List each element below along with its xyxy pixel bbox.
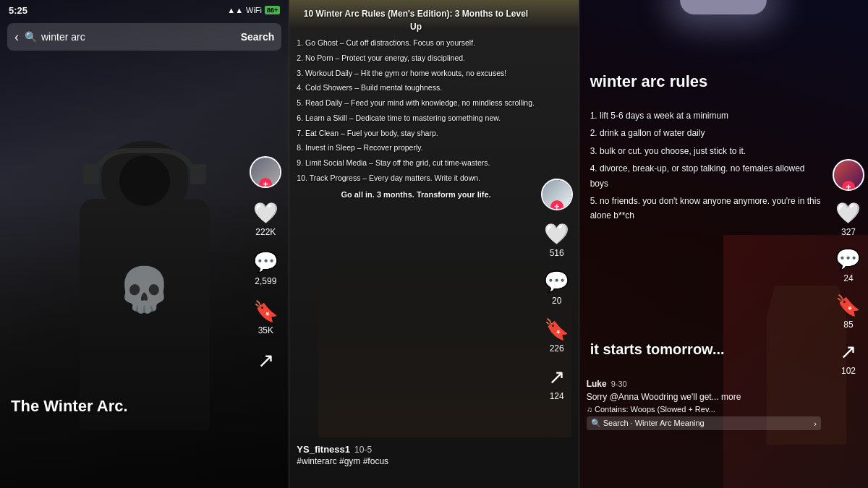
p2-like[interactable]: 🤍 516 <box>544 222 569 258</box>
headphone-right <box>190 164 206 184</box>
p2-share-icon: ↗ <box>548 365 565 389</box>
status-time: 5:25 <box>9 5 27 16</box>
p3-username: Luke <box>587 379 607 389</box>
p3-share-count: 102 <box>841 366 856 376</box>
signal-icon: ▲▲ <box>227 6 243 14</box>
rule-1: 1. Go Ghost – Cut off distractions. Focu… <box>297 38 535 49</box>
p2-avatar[interactable]: + <box>541 179 573 210</box>
p2-heart-icon: 🤍 <box>544 222 569 246</box>
panel3-title: winter arc rules <box>590 72 821 91</box>
p3-rule-4: 4. divorce, break-up, or stop talking. n… <box>590 161 821 191</box>
p2-bookmark[interactable]: 🔖 226 <box>544 317 569 354</box>
p3-bookmark-icon: 🔖 <box>835 294 861 317</box>
app-container: 💀 5:25 ▲▲ WiFi 86+ ‹ 🔍 winter arc <box>0 0 868 488</box>
p2-creator-info: YS_fitness1 10-5 <box>297 444 571 455</box>
video-title: The Winter Arc. <box>11 397 238 416</box>
panel-3: winter arc rules 1. lift 5-6 days a week… <box>579 0 868 488</box>
ceiling-light <box>680 0 767 14</box>
creator-avatar[interactable]: + <box>250 156 281 188</box>
p3-share-icon: ↗ <box>840 340 856 364</box>
battery-badge: 86+ <box>265 6 280 14</box>
p3-rule-2: 2. drink a gallon of water daily <box>590 126 821 140</box>
search-query[interactable]: winter arc <box>41 31 241 43</box>
p3-like-count: 327 <box>841 227 856 237</box>
rule-2: 2. No Porn – Protect your energy, stay d… <box>297 53 535 64</box>
panel2-actions: + 🤍 516 💬 20 🔖 226 ↗ 124 <box>541 179 573 401</box>
p2-follow-plus[interactable]: + <box>550 200 563 210</box>
panel2-rules-overlay: 10 Winter Arc Rules (Men's Edition): 3 M… <box>297 7 535 200</box>
panel3-subtext: it starts tomorrow... <box>590 341 821 358</box>
comment-action[interactable]: 💬 2,599 <box>253 250 278 286</box>
p2-hashtags: #winterarc #gym #focus <box>297 456 571 466</box>
p3-comment-count: 24 <box>843 273 853 283</box>
p3-share[interactable]: ↗ 102 <box>840 340 856 376</box>
share-action[interactable]: ↗ <box>258 348 274 372</box>
panel1-figure: 💀 <box>65 155 224 430</box>
comment-count: 2,599 <box>255 276 276 286</box>
figure-face <box>119 155 170 206</box>
rule-5: 5. Read Daily – Feed your mind with know… <box>297 98 535 109</box>
headphone-left <box>83 164 99 184</box>
rule-6: 6. Learn a Skill – Dedicate time to mast… <box>297 113 535 124</box>
p3-search-link-text: 🔍 Search · Winter Arc Meaning <box>591 419 705 428</box>
rule-7: 7. Eat Clean – Fuel your body, stay shar… <box>297 128 535 140</box>
p3-search-chevron: › <box>814 419 817 428</box>
p3-follow-plus[interactable]: + <box>842 181 855 191</box>
status-icons: ▲▲ WiFi 86+ <box>227 6 280 14</box>
back-button[interactable]: ‹ <box>14 30 19 45</box>
panel-2: 10 Winter Arc Rules (Men's Edition): 3 M… <box>289 0 578 488</box>
p3-rule-5: 5. no friends. you don't know anyone any… <box>590 194 821 223</box>
p3-bookmark[interactable]: 🔖 85 <box>835 294 861 330</box>
panel1-actions: + 🤍 222K 💬 2,599 🔖 35K ↗ <box>250 156 281 372</box>
search-button[interactable]: Search <box>241 31 275 43</box>
p3-comment-icon: 💬 <box>835 247 861 271</box>
bookmark-action[interactable]: 🔖 35K <box>253 299 278 335</box>
p3-avatar[interactable]: + <box>833 159 864 191</box>
heart-icon: 🤍 <box>253 201 278 225</box>
panel3-rules: 1. lift 5-6 days a week at a minimum 2. … <box>590 108 821 223</box>
p2-creator-avatar: + <box>541 179 573 210</box>
rules-list: 1. Go Ghost – Cut off distractions. Focu… <box>297 38 535 184</box>
p3-search-link[interactable]: 🔍 Search · Winter Arc Meaning › <box>587 416 821 430</box>
figure-hoodie: 💀 <box>80 199 210 430</box>
p3-creator-avatar-item: + <box>833 159 864 191</box>
wifi-icon: WiFi <box>246 6 262 14</box>
follow-plus-button[interactable]: + <box>259 178 272 188</box>
creator-avatar-item: + <box>250 156 281 188</box>
search-bar: ‹ 🔍 winter arc Search <box>7 23 281 51</box>
status-bar: 5:25 ▲▲ WiFi 86+ <box>0 0 289 20</box>
panel-1: 💀 5:25 ▲▲ WiFi 86+ ‹ 🔍 winter arc <box>0 0 289 488</box>
p3-music: ♫ Contains: Woops (Slowed + Rev... <box>587 405 821 414</box>
rule-9: 9. Limit Social Media – Stay off the gri… <box>297 158 535 169</box>
p3-rule-1: 1. lift 5-6 days a week at a minimum <box>590 108 821 123</box>
comment-icon: 💬 <box>253 250 278 274</box>
p3-heart-icon: 🤍 <box>835 201 861 225</box>
rule-10: 10. Track Progress – Every day matters. … <box>297 173 535 184</box>
p3-score: 9-30 <box>611 380 627 388</box>
workout-bg <box>318 257 571 437</box>
bookmark-count: 35K <box>258 325 273 335</box>
p2-comment[interactable]: 💬 20 <box>544 270 569 306</box>
p2-share-count: 124 <box>550 391 564 401</box>
p3-comment: Sorry @Anna Woodring we'll get... more <box>587 392 821 402</box>
rules-footer: Go all in. 3 months. Transform your life… <box>297 189 535 201</box>
p2-comment-count: 20 <box>552 296 561 306</box>
rule-8: 8. Invest in Sleep – Recover properly. <box>297 142 535 154</box>
p3-creator-info: Luke 9-30 <box>587 379 821 389</box>
p2-bookmark-count: 226 <box>550 343 564 354</box>
p3-rule-3: 3. bulk or cut. you choose, just stick t… <box>590 144 821 158</box>
p3-comment-text: Sorry @Anna Woodring we'll get... more <box>587 392 741 402</box>
share-icon: ↗ <box>258 348 274 372</box>
p3-comment[interactable]: 💬 24 <box>835 247 861 283</box>
p3-like[interactable]: 🤍 327 <box>835 201 861 237</box>
search-icon: 🔍 <box>25 31 37 43</box>
rules-title: 10 Winter Arc Rules (Men's Edition): 3 M… <box>297 7 535 33</box>
rule-3: 3. Workout Daily – Hit the gym or home w… <box>297 68 535 80</box>
like-count: 222K <box>255 227 276 237</box>
panel3-actions: + 🤍 327 💬 24 🔖 85 ↗ 102 <box>833 159 864 376</box>
bookmark-icon: 🔖 <box>253 299 278 323</box>
p2-bookmark-icon: 🔖 <box>544 317 569 341</box>
p2-share[interactable]: ↗ 124 <box>548 365 565 401</box>
like-action[interactable]: 🤍 222K <box>253 201 278 237</box>
skull-art: 💀 <box>106 268 184 384</box>
